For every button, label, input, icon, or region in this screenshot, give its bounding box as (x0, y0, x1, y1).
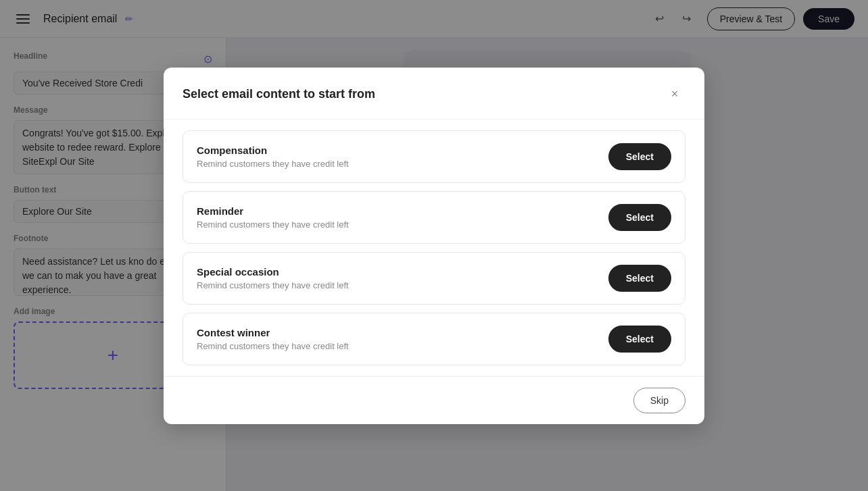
template-info-0: Compensation Remind customers they have … (197, 145, 349, 169)
template-desc-0: Remind customers they have credit left (197, 159, 349, 169)
select-button-3[interactable]: Select (608, 326, 671, 353)
modal-footer: Skip (164, 376, 704, 424)
template-card: Special occasion Remind customers they h… (183, 252, 685, 305)
select-button-2[interactable]: Select (608, 265, 671, 292)
select-button-0[interactable]: Select (608, 143, 671, 170)
template-info-2: Special occasion Remind customers they h… (197, 266, 349, 290)
template-desc-3: Remind customers they have credit left (197, 341, 349, 351)
modal-title: Select email content to start from (183, 87, 375, 101)
modal-body: Compensation Remind customers they have … (164, 120, 704, 376)
modal-close-button[interactable]: × (664, 84, 685, 105)
skip-button[interactable]: Skip (633, 388, 685, 413)
template-card: Compensation Remind customers they have … (183, 130, 685, 183)
template-name-2: Special occasion (197, 266, 349, 278)
template-name-3: Contest winner (197, 327, 349, 338)
template-card: Contest winner Remind customers they hav… (183, 313, 685, 365)
template-desc-1: Remind customers they have credit left (197, 219, 349, 230)
template-card: Reminder Remind customers they have cred… (183, 191, 685, 244)
template-desc-2: Remind customers they have credit left (197, 280, 349, 290)
template-name-1: Reminder (197, 205, 349, 217)
select-button-1[interactable]: Select (608, 204, 671, 231)
template-info-1: Reminder Remind customers they have cred… (197, 205, 349, 230)
modal-header: Select email content to start from × (164, 68, 704, 120)
template-info-3: Contest winner Remind customers they hav… (197, 327, 349, 351)
modal-overlay: Select email content to start from × Com… (0, 0, 868, 491)
template-name-0: Compensation (197, 145, 349, 156)
modal: Select email content to start from × Com… (164, 68, 704, 424)
